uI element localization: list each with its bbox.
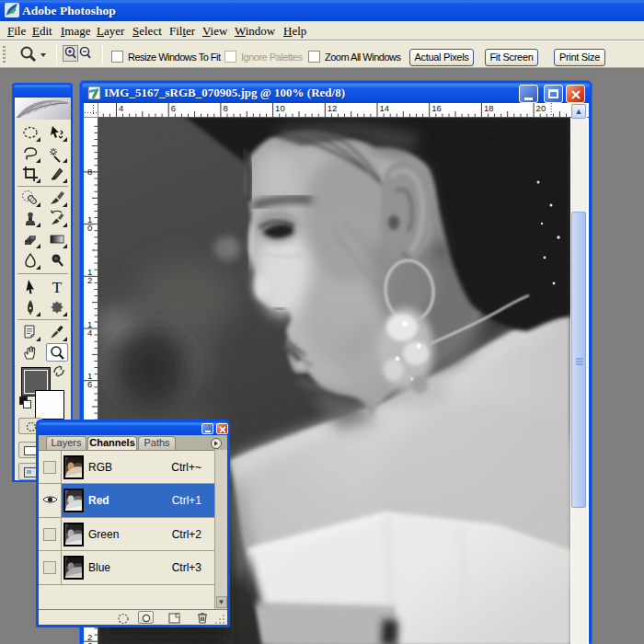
svg-text:4: 4 [87, 327, 92, 337]
svg-text:6: 6 [87, 639, 92, 644]
svg-text:T: T [52, 279, 62, 296]
svg-text:4: 4 [119, 103, 123, 113]
svg-text:8: 8 [87, 167, 92, 177]
svg-text:6: 6 [170, 103, 175, 113]
svg-text:18: 18 [483, 103, 493, 113]
svg-text:8: 8 [223, 103, 227, 113]
svg-text:22: 22 [588, 103, 589, 113]
svg-text:16: 16 [431, 103, 442, 113]
svg-text:20: 20 [535, 103, 546, 113]
svg-text:2: 2 [87, 274, 92, 284]
svg-text:6: 6 [87, 379, 92, 389]
svg-text:10: 10 [275, 103, 285, 113]
svg-text:12: 12 [327, 103, 337, 113]
svg-text:0: 0 [87, 223, 92, 233]
svg-text:14: 14 [379, 103, 389, 113]
